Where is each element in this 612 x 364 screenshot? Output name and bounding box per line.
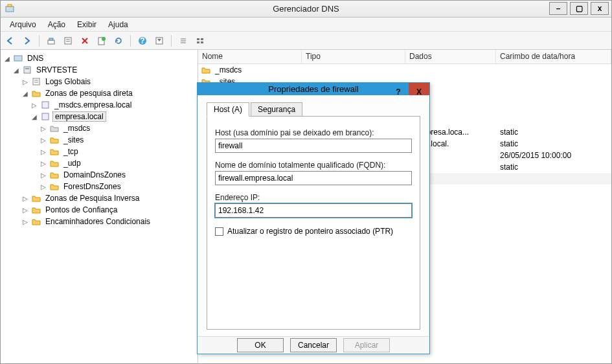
tree-node-conditional-forwarders[interactable]: ▷ Encaminhadores Condicionais — [1, 216, 198, 227]
up-icon[interactable] — [44, 34, 58, 48]
expander-icon[interactable]: ◢ — [21, 90, 29, 97]
ip-input[interactable] — [215, 203, 412, 218]
toolbar-separator — [39, 35, 40, 47]
cancel-button[interactable]: Cancelar — [290, 338, 337, 352]
tree-node-empresa[interactable]: ◢ empresa.local — [1, 111, 198, 122]
ptr-checkbox[interactable] — [215, 227, 223, 236]
new-icon[interactable] — [95, 34, 109, 48]
delete-icon[interactable] — [78, 34, 92, 48]
tree-node-sub-fdz[interactable]: ▷ ForestDnsZones — [1, 181, 198, 192]
svg-rect-17 — [197, 41, 199, 43]
expander-icon[interactable]: ▷ — [40, 160, 47, 167]
toolbar-separator — [130, 35, 131, 47]
refresh-icon[interactable] — [111, 34, 126, 48]
menu-arquivo[interactable]: Arquivo — [5, 19, 41, 30]
list-icon[interactable] — [176, 34, 190, 48]
expander-icon[interactable]: ▷ — [40, 172, 47, 179]
menu-ajuda[interactable]: Ajuda — [103, 19, 133, 30]
folder-icon — [31, 88, 41, 98]
tree-node-sub-ddz[interactable]: ▷ DomainDnsZones — [1, 169, 198, 181]
menu-acao[interactable]: Ação — [43, 19, 71, 30]
expander-icon[interactable]: ▷ — [40, 125, 47, 132]
close-button[interactable]: x — [591, 2, 609, 15]
menu-exibir[interactable]: Exibir — [72, 19, 102, 30]
tree-node-msdcs-zone[interactable]: ▷ _msdcs.empresa.local — [1, 99, 198, 111]
fqdn-input[interactable] — [215, 171, 412, 185]
titlebar: Gerenciador DNS – ▢ x — [1, 1, 611, 17]
expander-icon[interactable]: ◢ — [3, 55, 11, 62]
folder-icon — [201, 65, 211, 75]
tree-node-sub-tcp[interactable]: ▷ _tcp — [1, 146, 198, 157]
svg-rect-20 — [24, 67, 30, 73]
expander-icon[interactable]: ▷ — [40, 137, 47, 144]
expander-icon[interactable]: ▷ — [21, 207, 29, 214]
svg-point-8 — [102, 37, 106, 41]
properties-icon[interactable] — [61, 34, 75, 48]
svg-rect-19 — [14, 56, 22, 61]
cell-carimbo: static — [496, 128, 611, 137]
folder-icon — [49, 170, 60, 180]
tree-label: Logs Globais — [43, 77, 93, 86]
minimize-button[interactable]: – — [549, 2, 567, 15]
dialog-title: Propriedades de firewall — [268, 84, 358, 94]
tree-label: DomainDnsZones — [62, 170, 128, 179]
folder-icon — [49, 181, 60, 192]
filter-icon[interactable] — [152, 34, 166, 48]
expander-icon[interactable]: ▷ — [30, 102, 38, 109]
help-icon[interactable]: ? — [135, 34, 150, 48]
expander-icon[interactable]: ▷ — [21, 218, 29, 225]
tree-node-forward-zones[interactable]: ◢ Zonas de pesquisa direta — [1, 87, 198, 99]
server-icon — [22, 65, 32, 75]
logs-icon — [31, 76, 41, 87]
tree-node-sub-sites[interactable]: ▷ _sites — [1, 134, 198, 146]
column-dados[interactable]: Dados — [405, 50, 496, 63]
tree-label: _udp — [62, 159, 83, 168]
expander-icon[interactable]: ▷ — [40, 183, 47, 190]
svg-rect-16 — [201, 38, 203, 40]
svg-rect-4 — [65, 38, 71, 44]
expander-icon[interactable]: ◢ — [30, 113, 38, 120]
tab-host[interactable]: Host (A) — [207, 102, 249, 117]
tree-node-sub-msdcs[interactable]: ▷ _msdcs — [1, 122, 198, 134]
folder-icon — [49, 135, 60, 145]
tree-node-sub-udp[interactable]: ▷ _udp — [1, 157, 198, 169]
table-row[interactable]: _msdcs — [198, 64, 611, 76]
folder-icon — [31, 216, 41, 227]
tree-node-dns[interactable]: ◢ DNS — [1, 52, 198, 64]
tree-node-server[interactable]: ◢ SRVTESTE — [1, 64, 198, 76]
tree-node-trust-points[interactable]: ▷ Pontos de Confiança — [1, 204, 198, 216]
tree-pane[interactable]: ◢ DNS ◢ SRVTESTE ▷ Logs Globais ◢ Zonas … — [1, 50, 198, 363]
dialog-titlebar[interactable]: Propriedades de firewall ? X — [198, 83, 429, 95]
tree-label: Zonas de pesquisa direta — [43, 89, 135, 98]
tab-seguranca[interactable]: Segurança — [251, 102, 302, 117]
column-carimbo[interactable]: Carimbo de data/hora — [496, 50, 611, 63]
apply-button[interactable]: Aplicar — [343, 338, 390, 352]
tree-node-logs[interactable]: ▷ Logs Globais — [1, 76, 198, 87]
dns-icon — [13, 53, 23, 63]
folder-icon — [49, 146, 60, 157]
column-tipo[interactable]: Tipo — [302, 50, 405, 63]
maximize-button[interactable]: ▢ — [570, 2, 588, 15]
dialog-tabs: Host (A) Segurança — [207, 102, 420, 116]
host-input[interactable] — [215, 139, 412, 153]
tree-node-reverse-zones[interactable]: ▷ Zonas de Pesquisa Inversa — [1, 192, 198, 204]
fqdn-label: Nome de domínio totalmente qualificado (… — [215, 161, 412, 170]
expander-icon[interactable]: ◢ — [12, 67, 20, 74]
details-icon[interactable] — [193, 34, 207, 48]
svg-rect-15 — [197, 38, 199, 40]
zone-icon — [40, 111, 51, 122]
expander-icon[interactable]: ▷ — [40, 148, 47, 155]
folder-gray-icon — [49, 123, 60, 133]
expander-icon[interactable]: ▷ — [21, 78, 29, 85]
column-nome[interactable]: Nome — [198, 50, 302, 63]
svg-text:?: ? — [140, 36, 144, 45]
svg-rect-1 — [8, 5, 12, 6]
forward-icon[interactable] — [20, 34, 34, 48]
zone-icon — [40, 100, 51, 110]
ok-button[interactable]: OK — [237, 338, 284, 352]
tree-label: SRVTESTE — [34, 65, 79, 74]
expander-icon[interactable]: ▷ — [21, 195, 29, 202]
svg-rect-18 — [201, 41, 203, 43]
svg-rect-25 — [42, 102, 49, 108]
back-icon[interactable] — [3, 34, 17, 48]
